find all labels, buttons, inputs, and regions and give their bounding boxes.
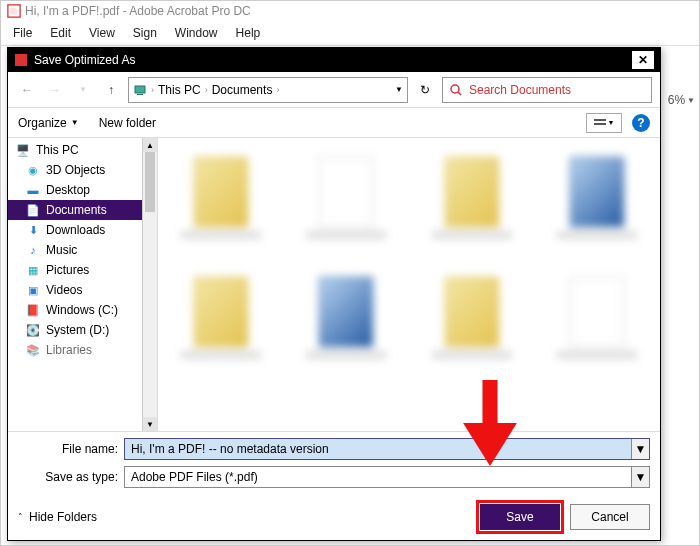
arrow-left-icon: ← bbox=[21, 83, 33, 97]
file-thumb[interactable] bbox=[168, 268, 274, 368]
chevron-up-icon: ˄ bbox=[18, 512, 23, 522]
tree-item-desktop[interactable]: ▬ Desktop bbox=[8, 180, 157, 200]
scroll-down-icon[interactable]: ▼ bbox=[143, 417, 157, 431]
save-as-type-dropdown[interactable]: ▼ bbox=[631, 467, 649, 487]
search-icon bbox=[449, 83, 463, 97]
svg-rect-2 bbox=[135, 86, 145, 93]
menubar: File Edit View Sign Window Help bbox=[1, 21, 699, 46]
tree-item-documents[interactable]: 📄 Documents bbox=[8, 200, 157, 220]
forward-button[interactable]: → bbox=[44, 79, 66, 101]
menu-sign[interactable]: Sign bbox=[125, 24, 165, 42]
new-folder-button[interactable]: New folder bbox=[99, 116, 156, 130]
svg-point-4 bbox=[451, 85, 459, 93]
tree-item-this-pc[interactable]: 🖥️ This PC bbox=[8, 140, 157, 160]
app-title-text: Hi, I'm a PDF!.pdf - Adobe Acrobat Pro D… bbox=[25, 4, 251, 18]
file-thumb[interactable] bbox=[545, 148, 651, 248]
file-thumb[interactable] bbox=[419, 268, 525, 368]
search-placeholder: Search Documents bbox=[469, 83, 645, 97]
breadcrumb-folder[interactable]: Documents bbox=[212, 83, 273, 97]
videos-icon: ▣ bbox=[26, 283, 40, 297]
dialog-title: Save Optimized As bbox=[34, 53, 135, 67]
file-name-combo: ▼ bbox=[124, 438, 650, 460]
file-thumb[interactable] bbox=[545, 268, 651, 368]
help-button[interactable]: ? bbox=[632, 114, 650, 132]
file-name-label: File name: bbox=[18, 442, 118, 456]
file-thumb[interactable] bbox=[294, 148, 400, 248]
recent-dropdown[interactable]: ▼ bbox=[72, 79, 94, 101]
chevron-down-icon[interactable]: ▼ bbox=[395, 85, 403, 94]
tree-item-downloads[interactable]: ⬇ Downloads bbox=[8, 220, 157, 240]
save-as-type-value: Adobe PDF Files (*.pdf) bbox=[125, 467, 631, 487]
file-list[interactable] bbox=[158, 138, 660, 431]
file-name-dropdown[interactable]: ▼ bbox=[631, 439, 649, 459]
menu-edit[interactable]: Edit bbox=[42, 24, 79, 42]
hide-folders-button[interactable]: ˄ Hide Folders bbox=[18, 510, 97, 524]
tree-item-pictures[interactable]: ▦ Pictures bbox=[8, 260, 157, 280]
arrow-up-icon: ↑ bbox=[108, 83, 114, 97]
menu-window[interactable]: Window bbox=[167, 24, 226, 42]
tree-item-videos[interactable]: ▣ Videos bbox=[8, 280, 157, 300]
pdf-icon bbox=[7, 4, 21, 18]
organize-button[interactable]: Organize ▼ bbox=[18, 116, 79, 130]
svg-rect-6 bbox=[594, 119, 606, 121]
list-view-icon bbox=[594, 118, 606, 128]
chevron-down-icon: ▼ bbox=[71, 118, 79, 127]
tree-item-3d-objects[interactable]: ◉ 3D Objects bbox=[8, 160, 157, 180]
menu-view[interactable]: View bbox=[81, 24, 123, 42]
back-button[interactable]: ← bbox=[16, 79, 38, 101]
downloads-icon: ⬇ bbox=[26, 223, 40, 237]
chevron-down-icon: ▼ bbox=[635, 442, 647, 456]
chevron-down-icon: ▼ bbox=[635, 470, 647, 484]
tree-item-windows-c[interactable]: 📕 Windows (C:) bbox=[8, 300, 157, 320]
question-icon: ? bbox=[637, 116, 644, 130]
search-input[interactable]: Search Documents bbox=[442, 77, 652, 103]
save-dialog: Save Optimized As ✕ ← → ▼ ↑ › This PC › … bbox=[7, 47, 661, 541]
pc-icon bbox=[133, 83, 147, 97]
menu-help[interactable]: Help bbox=[228, 24, 269, 42]
libraries-icon: 📚 bbox=[26, 343, 40, 357]
desktop-icon: ▬ bbox=[26, 183, 40, 197]
tree-item-libraries[interactable]: 📚 Libraries bbox=[8, 340, 157, 360]
save-button[interactable]: Save bbox=[480, 504, 560, 530]
file-thumb[interactable] bbox=[168, 148, 274, 248]
menu-file[interactable]: File bbox=[5, 24, 40, 42]
close-button[interactable]: ✕ bbox=[632, 51, 654, 69]
tree-item-music[interactable]: ♪ Music bbox=[8, 240, 157, 260]
svg-rect-7 bbox=[594, 123, 606, 125]
svg-rect-3 bbox=[137, 94, 143, 95]
refresh-icon: ↻ bbox=[420, 83, 430, 97]
thumbnail-grid bbox=[168, 148, 650, 368]
app-titlebar: Hi, I'm a PDF!.pdf - Adobe Acrobat Pro D… bbox=[1, 1, 699, 21]
music-icon: ♪ bbox=[26, 243, 40, 257]
toolbar: Organize ▼ New folder ▼ ? bbox=[8, 108, 660, 138]
tree-item-system-d[interactable]: 💽 System (D:) bbox=[8, 320, 157, 340]
refresh-button[interactable]: ↻ bbox=[414, 79, 436, 101]
scroll-thumb[interactable] bbox=[145, 152, 155, 212]
zoom-level[interactable]: 6%▼ bbox=[668, 93, 695, 107]
chevron-down-icon: ▼ bbox=[79, 85, 87, 94]
chevron-right-icon: › bbox=[151, 85, 154, 95]
up-button[interactable]: ↑ bbox=[100, 79, 122, 101]
chevron-down-icon: ▼ bbox=[687, 96, 695, 105]
svg-line-5 bbox=[458, 92, 461, 95]
chevron-right-icon: › bbox=[276, 85, 279, 95]
chevron-right-icon: › bbox=[205, 85, 208, 95]
file-name-input[interactable] bbox=[125, 439, 631, 459]
scroll-up-icon[interactable]: ▲ bbox=[143, 138, 157, 152]
cancel-button[interactable]: Cancel bbox=[570, 504, 650, 530]
dialog-body: 🖥️ This PC ◉ 3D Objects ▬ Desktop 📄 Docu… bbox=[8, 138, 660, 431]
view-options-button[interactable]: ▼ bbox=[586, 113, 622, 133]
tree-scrollbar[interactable]: ▲ ▼ bbox=[142, 138, 157, 431]
drive-icon: 💽 bbox=[26, 323, 40, 337]
file-thumb[interactable] bbox=[419, 148, 525, 248]
save-as-type-label: Save as type: bbox=[18, 470, 118, 484]
chevron-down-icon: ▼ bbox=[608, 119, 615, 126]
arrow-right-icon: → bbox=[49, 83, 61, 97]
breadcrumb[interactable]: › This PC › Documents › ▼ bbox=[128, 77, 408, 103]
file-thumb[interactable] bbox=[294, 268, 400, 368]
pdf-icon bbox=[14, 53, 28, 67]
dialog-titlebar: Save Optimized As ✕ bbox=[8, 48, 660, 72]
dialog-footer: ˄ Hide Folders Save Cancel bbox=[8, 494, 660, 540]
breadcrumb-root[interactable]: This PC bbox=[158, 83, 201, 97]
save-as-type-combo[interactable]: Adobe PDF Files (*.pdf) ▼ bbox=[124, 466, 650, 488]
